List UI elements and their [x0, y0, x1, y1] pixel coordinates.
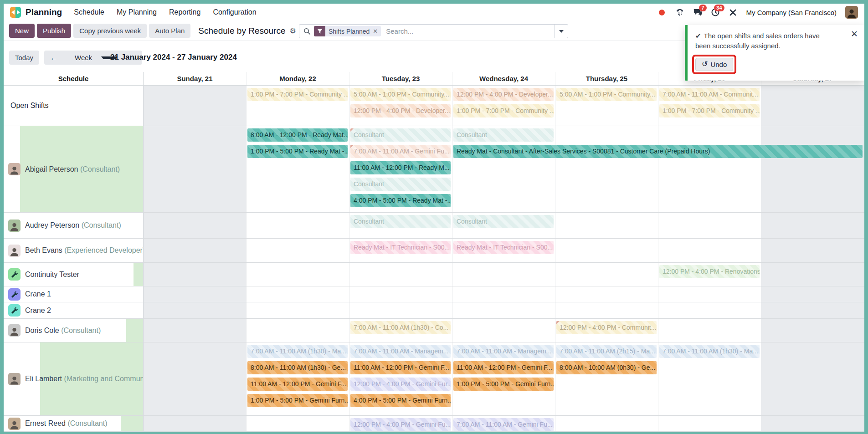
discuss-chat-icon[interactable]: 7 [693, 8, 702, 17]
shift-pill[interactable]: 11:00 AM - 12:00 PM - Gemini F... [247, 378, 348, 391]
gantt-day-cell[interactable] [452, 263, 555, 286]
gantt-day-cell[interactable]: 5:00 AM - 1:00 PM - Community...12:00 PM… [349, 86, 452, 126]
gantt-day-cell[interactable]: 7:00 AM - 11:00 AM - Managem...11:00 AM … [452, 342, 555, 415]
gantt-day-cell[interactable] [658, 126, 761, 212]
shift-pill[interactable]: 11:00 AM - 12:00 PM - Gemini F... [453, 361, 554, 374]
gantt-day-cell[interactable]: Ready Mat - IT Technician - S00... [452, 239, 555, 262]
shift-pill[interactable]: 7:00 AM - 11:00 AM (1h30) - Ma... [659, 345, 760, 358]
gantt-day-cell[interactable] [144, 126, 247, 212]
gantt-day-cell[interactable] [144, 86, 247, 126]
gantt-day-cell[interactable] [658, 319, 761, 342]
voip-phone-icon[interactable] [675, 8, 684, 17]
app-name[interactable]: Planning [26, 7, 62, 17]
shift-pill[interactable]: 7:00 AM - 11:00 AM - Gemini Fu... [350, 145, 451, 158]
shift-pill[interactable]: 12:00 PM - 4:00 PM - Communit... [556, 321, 657, 334]
toast-close-icon[interactable]: ✕ [851, 30, 858, 38]
gantt-day-cell[interactable] [144, 416, 247, 431]
gantt-day-cell[interactable] [144, 302, 247, 318]
resource-cell[interactable]: Crane 1 [4, 286, 144, 302]
gantt-day-cell[interactable]: Ready Mat - IT Technician - S00... [349, 239, 452, 262]
shift-pill[interactable]: 12:00 PM - 4:00 PM - Gemini Fu... [350, 418, 451, 431]
gantt-day-cell[interactable]: 7:00 AM - 11:00 AM (1h30) - Ma... [658, 342, 761, 415]
gear-icon[interactable]: ⚙ [290, 26, 296, 35]
shift-pill[interactable]: 7:00 AM - 11:00 AM (1h30) - Co... [350, 321, 451, 334]
gantt-day-cell[interactable] [658, 213, 761, 238]
gantt-day-cell[interactable] [761, 126, 864, 212]
shift-pill[interactable]: Ready Mat - IT Technician - S00... [453, 241, 554, 254]
planning-app-icon[interactable] [10, 7, 21, 18]
gantt-day-cell[interactable] [761, 86, 864, 126]
resource-cell[interactable]: Abigail Peterson (Consultant) [4, 126, 144, 212]
resource-cell[interactable]: Open Shifts [4, 86, 144, 126]
menu-reporting[interactable]: Reporting [169, 8, 200, 16]
shift-pill[interactable]: 5:00 AM - 1:00 PM - Community... [556, 88, 657, 101]
gantt-day-cell[interactable]: 12:00 PM - 4:00 PM - Developer...1:00 PM… [452, 86, 555, 126]
gantt-day-cell[interactable] [761, 416, 864, 431]
resource-cell[interactable]: Crane 2 [4, 302, 144, 318]
gantt-day-cell[interactable] [247, 319, 349, 342]
gantt-day-cell[interactable]: 7:00 AM - 11:00 AM (1h30) - Ma...8:00 AM… [247, 342, 349, 415]
shift-pill[interactable]: 1:00 PM - 7:00 PM - Community ... [247, 88, 348, 101]
gantt-day-cell[interactable] [247, 239, 349, 262]
shift-pill[interactable]: 1:00 PM - 7:00 PM - Community ... [659, 104, 760, 117]
search-input-placeholder[interactable]: Search... [386, 27, 555, 35]
gantt-day-cell[interactable]: 12:00 PM - 4:00 PM - Communit... [555, 319, 658, 342]
gantt-day-cell[interactable]: 5:00 AM - 1:00 PM - Community... [555, 86, 658, 126]
shift-pill[interactable]: 8:00 AM - 12:00 PM - Ready Mat... [247, 128, 348, 142]
resource-cell[interactable]: Continuity Tester [4, 263, 144, 286]
gantt-day-cell[interactable] [144, 319, 247, 342]
gantt-day-cell[interactable]: 7:00 AM - 11:00 AM (2h15) - Ma...8:00 AM… [555, 342, 658, 415]
gantt-day-cell[interactable] [658, 239, 761, 262]
gantt-day-cell[interactable] [247, 213, 349, 238]
shift-pill[interactable]: 12:00 PM - 4:00 PM - Developer... [453, 88, 554, 101]
activities-clock-icon[interactable]: 34 [711, 8, 720, 17]
gantt-day-cell[interactable] [555, 263, 658, 286]
shift-pill[interactable]: 5:00 AM - 1:00 PM - Community... [350, 88, 451, 101]
menu-my-planning[interactable]: My Planning [117, 8, 157, 16]
gantt-day-cell[interactable] [555, 239, 658, 262]
gantt-day-cell[interactable] [555, 302, 658, 318]
gantt-day-cell[interactable] [247, 416, 349, 431]
gantt-day-cell[interactable] [247, 263, 349, 286]
prev-week-arrow-icon[interactable]: ← [44, 54, 63, 61]
auto-plan-button[interactable]: Auto Plan [149, 24, 190, 38]
resource-cell[interactable]: Audrey Peterson (Consultant) [4, 213, 144, 238]
shift-pill[interactable]: Consultant [453, 215, 554, 228]
gantt-day-cell[interactable]: Consultant7:00 AM - 11:00 AM - Gemini Fu… [349, 126, 452, 212]
gantt-day-cell[interactable] [144, 239, 247, 262]
shift-pill[interactable]: 12:00 PM - 4:00 PM - Renovations [659, 265, 760, 278]
shift-pill[interactable]: 7:00 AM - 11:00 AM (1h30) - Ma... [247, 345, 348, 358]
gantt-day-cell[interactable] [349, 302, 452, 318]
gantt-day-cell[interactable]: Consultant [349, 213, 452, 238]
shift-pill[interactable]: 11:00 AM - 12:00 PM - Ready M... [350, 161, 451, 174]
gantt-day-cell[interactable] [658, 286, 761, 302]
gantt-day-cell[interactable] [452, 319, 555, 342]
shift-pill[interactable]: 7:00 AM - 11:00 AM - Managem... [453, 345, 554, 358]
gantt-day-cell[interactable] [144, 213, 247, 238]
gantt-day-cell[interactable] [144, 286, 247, 302]
gantt-day-cell[interactable] [349, 263, 452, 286]
shift-pill[interactable]: 8:00 AM - 11:00 AM (1h30) - Ge... [247, 361, 348, 374]
search-bar[interactable]: Shifts Planned ✕ Search... [299, 24, 568, 38]
copy-previous-week-button[interactable]: Copy previous week [73, 24, 147, 38]
gantt-day-cell[interactable]: 7:00 AM - 11:00 AM - Gemini Fu... [452, 416, 555, 431]
gantt-day-cell[interactable] [452, 302, 555, 318]
shift-pill[interactable]: 1:00 PM - 5:00 PM - Gemini Furn... [453, 378, 554, 391]
gantt-day-cell[interactable] [761, 239, 864, 262]
resource-cell[interactable]: Ernest Reed (Consultant) [4, 416, 144, 431]
shift-pill[interactable]: 7:00 AM - 11:00 AM - Gemini Fu... [453, 418, 554, 431]
gantt-day-cell[interactable] [761, 319, 864, 342]
company-switcher[interactable]: My Company (San Francisco) [746, 9, 837, 16]
new-button[interactable]: New [9, 24, 35, 38]
gantt-day-cell[interactable] [555, 126, 658, 212]
gantt-day-cell[interactable]: 7:00 AM - 11:00 AM - Communit...1:00 PM … [658, 86, 761, 126]
gantt-day-cell[interactable]: 12:00 PM - 4:00 PM - Gemini Fu... [349, 416, 452, 431]
gantt-day-cell[interactable]: 1:00 PM - 7:00 PM - Community ... [247, 86, 349, 126]
search-facet-shifts-planned[interactable]: Shifts Planned ✕ [314, 26, 381, 36]
shift-pill[interactable]: 1:00 PM - 5:00 PM - Gemini Furn... [247, 394, 348, 407]
gantt-day-cell[interactable] [761, 263, 864, 286]
shift-pill[interactable]: Consultant [453, 128, 554, 142]
today-button[interactable]: Today [9, 51, 39, 65]
facet-remove-icon[interactable]: ✕ [373, 28, 378, 35]
gantt-day-cell[interactable]: Consultant [452, 126, 555, 212]
